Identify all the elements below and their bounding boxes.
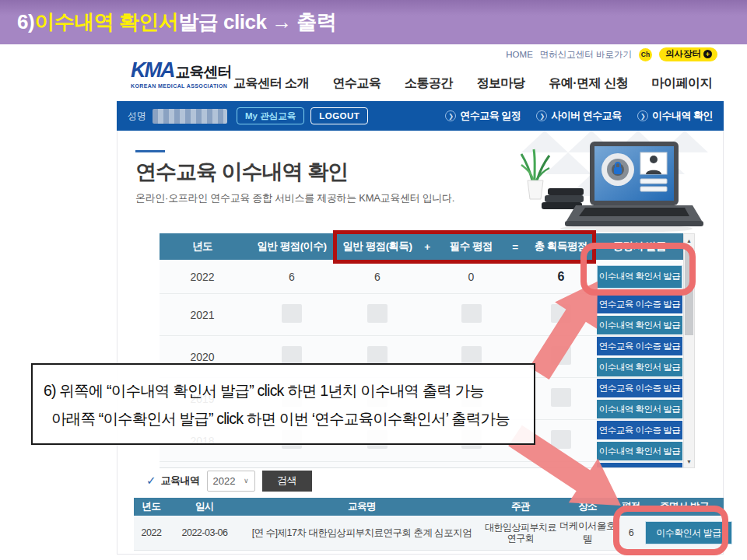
slide-title-bar: 6) 이수내역 확인서 발급 click → 출력: [0, 0, 747, 44]
user-bar: 성명 My 관심교육 LOGOUT ❯ 연수교육 일정 ❯ 사이버 연수교육 ❯…: [117, 101, 724, 131]
issue-completion-cert-button[interactable]: 연수교육 이수증 발급: [597, 337, 682, 355]
nav-item-mypage[interactable]: 마이페이지: [651, 75, 712, 92]
filter-label: 교육내역: [161, 474, 200, 488]
heading-accent-line: [135, 150, 165, 152]
kma-logo[interactable]: KMA 교육센터 KOREAN MEDICAL ASSOCIATION: [131, 58, 232, 89]
tutorial-slide: { "slide": { "title_prefix": "6) ", "tit…: [0, 0, 747, 560]
year-select[interactable]: 2022 ∨: [207, 471, 255, 492]
nav-item-info[interactable]: 정보마당: [477, 75, 525, 92]
chevron-circle-icon: ❯: [637, 110, 648, 121]
search-button[interactable]: 검색: [262, 471, 312, 492]
highlight-box-header-columns: [333, 230, 596, 264]
logo-kma-text: KMA: [131, 58, 174, 82]
site-top-nav: KMA 교육센터 KOREAN MEDICAL ASSOCIATION HOME…: [117, 44, 724, 101]
doctor-market-label: 의사장터: [665, 48, 701, 60]
quick-link-history-check[interactable]: ❯ 이수내역 확인: [637, 109, 713, 123]
col-year: 년도: [160, 240, 245, 254]
redacted-value: [551, 388, 571, 407]
license-center-link[interactable]: 면허신고센터 바로가기: [540, 49, 632, 61]
page-head: 연수교육 이수내역 확인 온라인·오프라인 연수교육 종합 서비스를 제공하는 …: [135, 150, 470, 205]
redacted-value: [551, 304, 571, 323]
home-link[interactable]: HOME: [506, 50, 533, 59]
slide-title-prefix: 6): [17, 10, 34, 34]
kakao-channel-icon[interactable]: Ch: [639, 48, 652, 61]
chevron-down-icon: ∨: [244, 477, 249, 485]
scroll-down-icon[interactable]: ▼: [684, 456, 694, 467]
issue-history-confirm-button[interactable]: 이수내역 확인서 발급: [597, 358, 682, 376]
col-general-completed: 일반 평점(이수): [245, 240, 338, 254]
redacted-value: [551, 430, 571, 449]
table-row-2021: 2021 연수교육 이수증 발급 이수내역 확인서 발급: [160, 294, 683, 336]
page-title: 연수교육 이수내역 확인: [135, 158, 470, 186]
issue-completion-cert-button[interactable]: 연수교육 이수증 발급: [597, 463, 682, 468]
chevron-circle-icon: ❯: [445, 110, 456, 121]
redacted-value: [461, 304, 482, 323]
redacted-value: [551, 346, 571, 365]
redacted-value: [282, 304, 302, 323]
redacted-value: [282, 346, 302, 365]
highlight-box-top-button: [580, 243, 696, 296]
my-favorite-edu-button[interactable]: My 관심교육: [237, 107, 304, 124]
issue-completion-cert-button[interactable]: 연수교육 이수증 발급: [597, 295, 682, 313]
nav-item-communication[interactable]: 소통공간: [405, 75, 453, 92]
table-row-partial: 연수교육 이수증 발급 이수내역 확인서 발급: [160, 462, 683, 468]
quick-link-schedule[interactable]: ❯ 연수교육 일정: [445, 109, 521, 123]
issue-completion-cert-button[interactable]: 연수교육 이수증 발급: [597, 421, 682, 439]
quick-link-cyber-edu[interactable]: ❯ 사이버 연수교육: [536, 109, 622, 123]
name-label: 성명: [128, 110, 146, 123]
check-icon: ✓: [146, 474, 156, 488]
nav-item-deferral[interactable]: 유예·면제 신청: [549, 75, 628, 92]
annotation-line2: 아래쪽 “이수확인서 발급” click 하면 이번 ‘연수교육이수확인서’ 출…: [44, 404, 534, 432]
doctor-market-badge[interactable]: 의사장터 +: [659, 47, 717, 61]
chevron-circle-icon: ❯: [536, 110, 547, 121]
redacted-value: [367, 346, 388, 365]
main-nav: 교육센터 소개 연수교육 소통공간 정보마당 유예·면제 신청 마이페이지: [233, 68, 712, 99]
plus-icon: +: [703, 50, 712, 58]
page-subtitle: 온라인·오프라인 연수교육 종합 서비스를 제공하는 KMA교육센터 입니다.: [135, 191, 470, 205]
annotation-line1: 6) 위쪽에 “이수내역 확인서 발급” click 하면 1년치 이수내역 출…: [44, 376, 534, 404]
issue-history-confirm-button[interactable]: 이수내역 확인서 발급: [597, 442, 682, 460]
slide-title-highlight: 이수내역 확인서: [34, 9, 178, 36]
highlight-box-bottom-button: [613, 506, 728, 555]
utility-links: HOME 면허신고센터 바로가기 Ch 의사장터 +: [506, 47, 717, 61]
redacted-value: [367, 304, 388, 323]
slide-title-suffix: 발급 click → 출력: [178, 9, 336, 36]
redacted-value: [461, 346, 482, 365]
issue-history-confirm-button[interactable]: 이수내역 확인서 발급: [597, 400, 682, 418]
quick-links: ❯ 연수교육 일정 ❯ 사이버 연수교육 ❯ 이수내역 확인: [445, 109, 713, 123]
logo-subtitle: KOREAN MEDICAL ASSOCIATION: [131, 83, 232, 89]
logo-name-text: 교육센터: [176, 62, 232, 82]
issue-completion-cert-button[interactable]: 연수교육 이수증 발급: [597, 379, 682, 397]
redacted-user-name: [153, 109, 227, 124]
filter-row: ✓ 교육내역 2022 ∨ 검색: [146, 470, 312, 492]
laptop-security-illustration: [498, 131, 710, 233]
logout-button[interactable]: LOGOUT: [310, 107, 368, 124]
issue-history-confirm-button[interactable]: 이수내역 확인서 발급: [597, 316, 682, 334]
nav-item-training[interactable]: 연수교육: [333, 75, 381, 92]
annotation-note: 6) 위쪽에 “이수내역 확인서 발급” click 하면 1년치 이수내역 출…: [31, 363, 535, 445]
nav-item-about[interactable]: 교육센터 소개: [233, 75, 309, 92]
